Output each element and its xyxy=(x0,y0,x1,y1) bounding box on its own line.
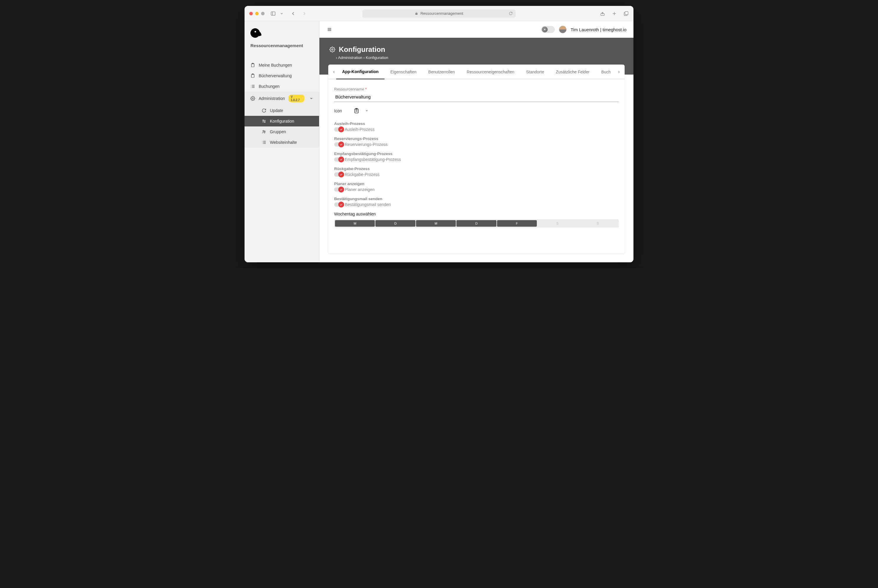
process-toggle[interactable] xyxy=(334,128,343,132)
sidebar-item-update[interactable]: Update xyxy=(244,105,319,116)
sidebar-item-label: Websiteinhalte xyxy=(270,140,297,145)
sidebar-item-buecherverwaltung[interactable]: Bücherverwaltung xyxy=(244,70,319,81)
window-close-button[interactable] xyxy=(249,12,253,15)
process-toggle-label: Empfangsbestätigung-Prozess xyxy=(345,157,401,162)
svg-line-36 xyxy=(544,28,544,29)
breadcrumb[interactable]: › Administration › Konfiguration xyxy=(336,56,623,60)
sidebar-header: Ressourcenmanagement xyxy=(244,21,319,51)
svg-point-17 xyxy=(252,98,253,99)
weekday-toggle[interactable]: M xyxy=(335,220,375,226)
clipboard-icon xyxy=(354,108,360,114)
tab-buch[interactable]: Buch xyxy=(595,65,617,79)
process-section-label: Ausleih-Prozess xyxy=(334,122,619,126)
process-toggle-label: Rückgabe-Prozess xyxy=(345,172,379,177)
check-icon xyxy=(338,141,344,147)
weekday-label: Wochentag auswählen xyxy=(334,212,619,216)
weekday-toggle[interactable]: M xyxy=(416,220,456,226)
check-icon xyxy=(338,202,344,207)
avatar[interactable] xyxy=(559,26,566,33)
back-button[interactable] xyxy=(291,11,296,16)
dropdown-chevron-icon[interactable] xyxy=(280,11,283,16)
process-toggle-label: Bestätigungsmail senden xyxy=(345,202,391,207)
weekday-strip: MDMDFSS xyxy=(334,219,619,228)
check-icon xyxy=(338,126,344,132)
process-toggle[interactable] xyxy=(334,158,343,162)
process-toggle-label: Reservierungs-Prozess xyxy=(345,142,388,147)
share-icon[interactable] xyxy=(600,11,605,16)
window-minimize-button[interactable] xyxy=(255,12,259,15)
weekday-toggle[interactable]: F xyxy=(497,220,537,226)
process-section-label: Reservierungs-Prozess xyxy=(334,136,619,141)
resource-name-label: Ressourcenname * xyxy=(334,87,619,92)
process-section-label: Planer anzeigen xyxy=(334,182,619,186)
process-toggle-row: Empfangsbestätigung-Prozess xyxy=(334,157,619,162)
tab-zusaetzliche-felder[interactable]: Zusätzliche Felder xyxy=(550,65,595,79)
user-label: Tim Lauenroth | timeghost.io xyxy=(571,27,626,32)
sidebar-item-administration[interactable]: Administration V 1.0.2.7 xyxy=(244,92,319,105)
sidebar-item-konfiguration[interactable]: Konfiguration xyxy=(244,116,319,126)
sidebar-item-websiteinhalte[interactable]: Websiteinhalte xyxy=(244,137,319,148)
sidebar-item-gruppen[interactable]: Gruppen xyxy=(244,126,319,137)
sidebar-item-buchungen[interactable]: Buchungen xyxy=(244,81,319,92)
weekday-toggle[interactable]: S xyxy=(537,220,577,226)
process-toggle[interactable] xyxy=(334,202,343,207)
window-maximize-button[interactable] xyxy=(261,12,265,15)
config-card: ‹ App-Konfiguration Eigenschaften Benutz… xyxy=(328,64,625,254)
address-bar[interactable]: Ressourcenmanagement xyxy=(363,9,515,18)
icon-select[interactable] xyxy=(354,108,368,114)
svg-point-20 xyxy=(263,130,264,132)
theme-toggle[interactable] xyxy=(541,26,555,33)
sidebar: Ressourcenmanagement Meine Buchungen Büc… xyxy=(244,21,319,262)
page-title: Konfiguration xyxy=(339,45,385,54)
check-icon xyxy=(338,187,344,192)
sidebar-toggle-icon[interactable] xyxy=(270,11,276,16)
version-badge: V 1.0.2.7 xyxy=(288,94,305,102)
reload-icon[interactable] xyxy=(509,12,512,15)
sidebar-item-meine-buchungen[interactable]: Meine Buchungen xyxy=(244,60,319,70)
new-tab-icon[interactable] xyxy=(612,11,617,16)
app-title: Ressourcenmanagement xyxy=(250,43,313,48)
dropdown-chevron-icon xyxy=(366,110,368,112)
svg-rect-6 xyxy=(625,12,628,15)
chevron-down-icon xyxy=(310,97,313,100)
tab-eigenschaften[interactable]: Eigenschaften xyxy=(385,65,423,79)
wrench-icon xyxy=(262,119,266,123)
refresh-icon xyxy=(262,108,266,113)
process-toggle-label: Ausleih-Prozess xyxy=(345,127,375,132)
tab-standorte[interactable]: Standorte xyxy=(520,65,550,79)
users-icon xyxy=(262,129,266,134)
tab-benutzerrollen[interactable]: Benutzerrollen xyxy=(423,65,461,79)
check-icon xyxy=(338,171,344,177)
process-toggle[interactable] xyxy=(334,142,343,147)
app-window: Ressourcenmanagement Ressourcenmanagemen… xyxy=(244,6,634,262)
menu-icon[interactable] xyxy=(327,27,333,32)
sidebar-item-label: Gruppen xyxy=(270,129,286,134)
tabs-prev-button[interactable]: ‹ xyxy=(332,69,336,75)
tabs-next-button[interactable]: › xyxy=(617,69,621,75)
tab-ressourceneigenschaften[interactable]: Ressourceneigenschaften xyxy=(461,65,520,79)
sidebar-item-label: Meine Buchungen xyxy=(259,63,292,68)
main: Tim Lauenroth | timeghost.io Konfigurati… xyxy=(319,21,634,262)
svg-rect-0 xyxy=(271,12,275,15)
svg-point-21 xyxy=(264,131,265,132)
sidebar-item-label: Update xyxy=(270,108,283,113)
tab-app-konfiguration[interactable]: App-Konfiguration xyxy=(336,64,385,79)
sidebar-item-label: Buchungen xyxy=(259,84,280,89)
address-text: Ressourcenmanagement xyxy=(420,11,463,16)
forward-button[interactable] xyxy=(302,11,307,16)
weekday-toggle[interactable]: D xyxy=(375,220,415,226)
gear-icon xyxy=(250,96,255,101)
process-toggle-row: Ausleih-Prozess xyxy=(334,127,619,132)
svg-point-31 xyxy=(544,29,545,30)
process-toggle[interactable] xyxy=(334,172,343,177)
process-toggle-row: Bestätigungsmail senden xyxy=(334,202,619,207)
resource-name-input[interactable] xyxy=(334,92,619,102)
icon-label: Icon xyxy=(334,108,342,113)
sidebar-group-administration: Administration V 1.0.2.7 Update Konfigur… xyxy=(244,92,319,148)
list-icon xyxy=(262,140,266,145)
weekday-toggle[interactable]: D xyxy=(456,220,496,226)
tabs-icon[interactable] xyxy=(623,11,629,16)
weekday-toggle[interactable]: S xyxy=(578,220,618,226)
process-toggle[interactable] xyxy=(334,188,343,192)
topbar: Tim Lauenroth | timeghost.io xyxy=(319,21,634,38)
